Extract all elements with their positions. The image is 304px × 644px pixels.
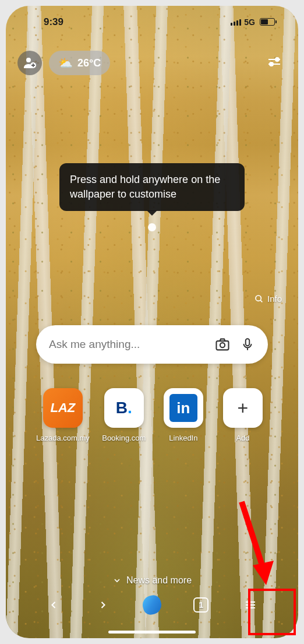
battery-icon xyxy=(260,18,275,26)
weather-temperature: 26°C xyxy=(77,57,101,69)
nav-tabs-button[interactable]: 1 xyxy=(188,592,214,618)
quick-link-booking[interactable]: B. Booking.com xyxy=(99,388,149,444)
svg-line-7 xyxy=(260,300,262,302)
quick-link-add[interactable]: + Add xyxy=(218,388,268,444)
quick-link-label: LinkedIn xyxy=(169,434,197,444)
wallpaper-info-button[interactable]: Info xyxy=(254,294,282,304)
nav-menu-button[interactable] xyxy=(238,592,263,618)
signal-icon xyxy=(231,19,241,26)
customize-button[interactable] xyxy=(262,50,287,76)
quick-link-lazada[interactable]: LAZ Lazada.com.my xyxy=(36,388,90,444)
search-icon xyxy=(254,294,264,304)
nav-forward-button[interactable] xyxy=(90,592,116,618)
svg-rect-10 xyxy=(246,339,250,346)
camera-icon xyxy=(214,336,231,353)
quick-link-label: Lazada.com.my xyxy=(36,434,90,444)
microphone-icon xyxy=(240,337,255,352)
search-input[interactable] xyxy=(49,338,205,351)
nav-copilot-button[interactable] xyxy=(139,592,165,618)
customize-tooltip: Press and hold anywhere on the wallpaper… xyxy=(59,163,245,211)
camera-search-button[interactable] xyxy=(214,336,231,353)
home-indicator[interactable] xyxy=(108,631,196,634)
weather-widget[interactable]: ⛅ 26°C xyxy=(49,51,110,75)
plus-icon: + xyxy=(223,388,263,428)
svg-point-3 xyxy=(275,58,279,61)
status-time: 9:39 xyxy=(44,16,63,28)
wallpaper-texture xyxy=(6,6,298,638)
copilot-icon xyxy=(140,593,163,616)
phone-home-screen: 9:39 5G xyxy=(6,6,298,638)
tabs-count-badge: 1 xyxy=(193,597,208,613)
chevron-down-icon xyxy=(112,576,122,585)
quick-links-row: LAZ Lazada.com.my B. Booking.com in Link… xyxy=(36,388,268,444)
chevron-right-icon xyxy=(97,599,109,611)
svg-point-6 xyxy=(256,295,261,301)
person-add-icon xyxy=(23,56,37,70)
svg-point-5 xyxy=(270,62,273,66)
svg-point-0 xyxy=(26,58,31,62)
profile-button[interactable] xyxy=(17,51,42,75)
booking-icon: B. xyxy=(104,388,144,428)
weather-icon: ⛅ xyxy=(58,56,73,70)
chevron-left-icon xyxy=(48,599,59,611)
quick-link-label: Add xyxy=(236,434,249,444)
tooltip-indicator-dot xyxy=(148,223,156,231)
nav-back-button[interactable] xyxy=(41,592,66,618)
quick-link-label: Booking.com xyxy=(102,434,146,444)
voice-search-button[interactable] xyxy=(240,337,255,352)
status-bar: 9:39 5G xyxy=(6,6,298,38)
hamburger-icon xyxy=(243,598,257,612)
quick-link-linkedin[interactable]: in LinkedIn xyxy=(158,388,208,444)
news-and-more-button[interactable]: News and more xyxy=(112,575,192,586)
lazada-icon: LAZ xyxy=(43,388,83,428)
sliders-icon xyxy=(267,54,282,69)
search-bar[interactable] xyxy=(36,325,268,364)
status-indicators: 5G xyxy=(231,17,275,27)
linkedin-icon: in xyxy=(164,388,203,428)
top-widgets: ⛅ 26°C xyxy=(17,50,287,76)
svg-point-9 xyxy=(220,343,225,347)
bottom-navigation: 1 xyxy=(6,589,298,621)
network-label: 5G xyxy=(244,17,255,27)
